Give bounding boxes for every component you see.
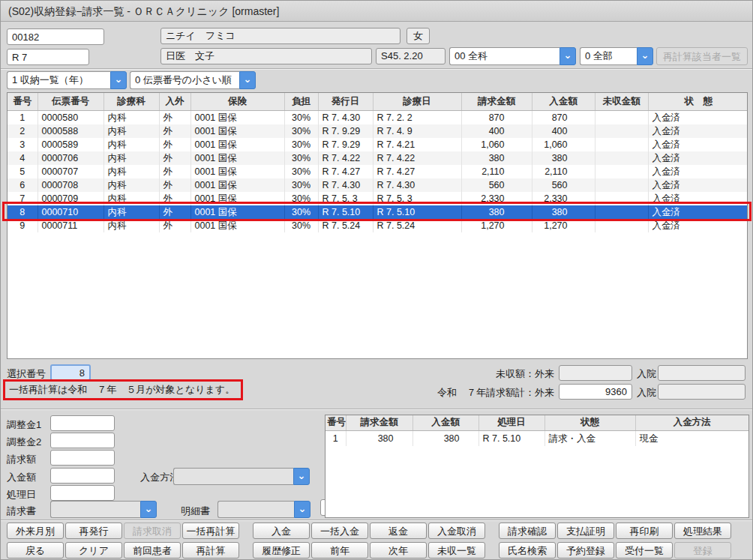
invoice-cell xyxy=(595,192,648,205)
button-reprint[interactable]: 再印刷 xyxy=(616,523,673,539)
adjust1-input[interactable] xyxy=(50,415,115,431)
payment-history-table: 番号請求金額入金額処理日状態入金方法 1380380R 7. 5.10請求・入金… xyxy=(326,415,748,446)
invoice-cell: 0001 国保 xyxy=(190,124,284,138)
chevron-down-icon[interactable]: ⌄ xyxy=(637,47,653,65)
button-process-result[interactable]: 処理結果 xyxy=(674,523,731,539)
button-back[interactable]: 戻る xyxy=(7,542,64,559)
invoice-doc-label: 請求書 xyxy=(7,505,36,518)
button-payment-cancel[interactable]: 入金取消 xyxy=(428,523,485,539)
invoice-cell: 入金済 xyxy=(648,110,748,124)
invoice-cell: 30% xyxy=(284,165,318,178)
billed-amount-input[interactable] xyxy=(50,450,115,466)
payment-row[interactable]: 1380380R 7. 5.10請求・入金現金 xyxy=(326,430,748,446)
invoice-cell: 1,270 xyxy=(461,219,532,232)
button-recalculate[interactable]: 再計算 xyxy=(182,542,239,559)
department-select[interactable]: 00 全科 ⌄ xyxy=(449,47,576,65)
invoice-cell xyxy=(595,219,648,232)
invoice-cell: 入金済 xyxy=(648,138,748,151)
selection-number-input[interactable] xyxy=(50,364,91,381)
year-total-outpatient-field[interactable]: 9360 xyxy=(559,384,632,400)
payment-method-select[interactable]: ⌄ xyxy=(173,468,310,485)
invoice-row-0000589[interactable]: 30000589内科外0001 国保30%R 7. 9.29R 7. 4.211… xyxy=(8,138,748,151)
invoice-cell: 2,330 xyxy=(532,192,595,205)
button-batch-recalculate[interactable]: 一括再計算 xyxy=(182,523,239,539)
invoice-cell: 外 xyxy=(159,138,190,151)
invoice-cell: 1,060 xyxy=(532,138,595,151)
invoice-cell: 内科 xyxy=(104,192,159,205)
button-next-year[interactable]: 次年 xyxy=(370,542,427,559)
invoice-cell: 外 xyxy=(159,178,190,192)
process-date-input[interactable] xyxy=(50,485,115,501)
invoice-row-0000710[interactable]: 80000710内科外0001 国保30%R 7. 5.10R 7. 5.103… xyxy=(8,205,748,219)
invoice-cell: 8 xyxy=(8,205,38,219)
button-payment-certificate[interactable]: 支払証明 xyxy=(557,523,614,539)
chevron-down-icon[interactable]: ⌄ xyxy=(294,501,310,518)
unpaid-inpatient-label: 入院 xyxy=(637,367,656,381)
statement-doc-label: 明細書 xyxy=(181,505,210,518)
year-total-inpatient-label: 入院 xyxy=(637,386,656,400)
invoice-row-0000706[interactable]: 40000706内科外0001 国保30%R 7. 4.22R 7. 4.223… xyxy=(8,151,748,165)
list-mode-select[interactable]: 1 収納一覧（年） ⌄ xyxy=(7,71,127,89)
invoice-table: 番号伝票番号診療科入外保険負担発行日診療日請求金額入金額未収金額状 態 1000… xyxy=(8,93,748,232)
button-reception-list[interactable]: 受付一覧 xyxy=(616,542,673,559)
invoice-cell: 内科 xyxy=(104,151,159,165)
payment-method-value xyxy=(173,468,293,485)
invoice-cell: 0000711 xyxy=(38,219,104,232)
button-payment[interactable]: 入金 xyxy=(253,523,310,539)
invoice-cell: 外 xyxy=(159,205,190,219)
button-batch-payment[interactable]: 一括入金 xyxy=(311,523,368,539)
invoice-cell: R 7. 4.21 xyxy=(373,138,461,151)
invoice-cell: 560 xyxy=(461,178,532,192)
invoice-cell: 外 xyxy=(159,165,190,178)
statement-doc-select[interactable]: ⌄ xyxy=(218,501,310,518)
button-name-search[interactable]: 氏名検索 xyxy=(499,542,556,559)
invoice-row-0000580[interactable]: 10000580内科外0001 国保30%R 7. 4.30R 7. 2. 28… xyxy=(8,110,748,124)
invoice-row-0000708[interactable]: 60000708内科外0001 国保30%R 7. 4.30R 7. 4.305… xyxy=(8,178,748,192)
button-reissue[interactable]: 再発行 xyxy=(65,523,122,539)
invoice-column-header: 番号 xyxy=(8,93,38,110)
button-previous-patient[interactable]: 前回患者 xyxy=(124,542,181,559)
invoice-row-0000588[interactable]: 20000588内科外0001 国保30%R 7. 9.29R 7. 4. 94… xyxy=(8,124,748,138)
invoice-doc-select[interactable]: ⌄ xyxy=(50,501,157,518)
invoice-cell: 0001 国保 xyxy=(190,165,284,178)
button-previous-year[interactable]: 前年 xyxy=(311,542,368,559)
paid-amount-input[interactable] xyxy=(50,468,115,484)
invoice-column-header: 入外 xyxy=(159,93,190,110)
invoice-row-0000707[interactable]: 50000707内科外0001 国保30%R 7. 4.27R 7. 4.272… xyxy=(8,165,748,178)
invoice-cell: R 7. 5.24 xyxy=(318,219,373,232)
invoice-cell: 0001 国保 xyxy=(190,138,284,151)
button-invoice-confirm[interactable]: 請求確認 xyxy=(499,523,556,539)
patient-id-input[interactable] xyxy=(7,28,104,45)
button-refund[interactable]: 返金 xyxy=(370,523,427,539)
invoice-row-0000709[interactable]: 70000709内科外0001 国保30%R 7. 5. 3R 7. 5. 32… xyxy=(8,192,748,205)
invoice-cell: 0000710 xyxy=(38,205,104,219)
chevron-down-icon[interactable]: ⌄ xyxy=(239,71,256,89)
invoice-cell: 30% xyxy=(284,205,318,219)
chevron-down-icon[interactable]: ⌄ xyxy=(293,468,310,485)
era-year-input[interactable] xyxy=(7,49,89,65)
invoice-cell xyxy=(595,110,648,124)
invoice-row-0000711[interactable]: 90000711内科外0001 国保30%R 7. 5.24R 7. 5.241… xyxy=(8,219,748,232)
chevron-down-icon[interactable]: ⌄ xyxy=(110,71,127,89)
chevron-down-icon[interactable]: ⌄ xyxy=(140,501,157,518)
invoice-column-header: 保険 xyxy=(190,93,284,110)
invoice-cell: 0000708 xyxy=(38,178,104,192)
invoice-cell: 入金済 xyxy=(648,205,748,219)
invoice-cell: 560 xyxy=(532,178,595,192)
invoice-column-header: 未収金額 xyxy=(595,93,648,110)
button-clear[interactable]: クリア xyxy=(65,542,122,559)
button-unpaid-list[interactable]: 未収一覧 xyxy=(428,542,485,559)
button-reservation[interactable]: 予約登録 xyxy=(557,542,614,559)
invoice-cell: 入金済 xyxy=(648,192,748,205)
invoice-cell: 0001 国保 xyxy=(190,110,284,124)
invoice-column-header: 診療科 xyxy=(104,93,159,110)
scope-select[interactable]: 0 全部 ⌄ xyxy=(580,47,653,65)
invoice-cell: 2,110 xyxy=(461,165,532,178)
invoice-cell: 外 xyxy=(159,192,190,205)
sort-order-select[interactable]: 0 伝票番号の小さい順 ⌄ xyxy=(130,71,256,89)
invoice-cell: 380 xyxy=(532,151,595,165)
button-outpatient-monthly[interactable]: 外来月別 xyxy=(7,523,64,539)
chevron-down-icon[interactable]: ⌄ xyxy=(560,47,576,65)
adjust2-input[interactable] xyxy=(50,433,115,448)
button-history-edit[interactable]: 履歴修正 xyxy=(253,542,310,559)
